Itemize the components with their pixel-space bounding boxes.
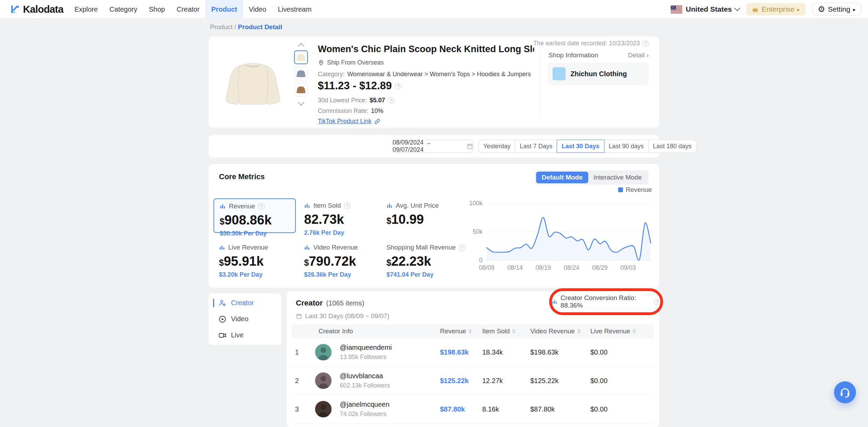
metric-label: Revenue: [229, 203, 255, 210]
creator-avatar[interactable]: [315, 401, 332, 417]
commission-value: 10%: [371, 107, 383, 115]
support-button[interactable]: [834, 381, 856, 403]
metric-revenue[interactable]: Revenue ? $908.86k $30.30k Per Day: [213, 198, 296, 233]
table-row[interactable]: 2 @luvvblancaa 602.13k Followers $125.22…: [292, 367, 654, 395]
metric-video-revenue[interactable]: Video Revenue $790.72k $26.36k Per Day: [299, 240, 381, 275]
metric-value: 10.99: [391, 212, 424, 227]
info-icon: ?: [654, 299, 660, 305]
thumbnail-3[interactable]: [294, 83, 308, 96]
shop-detail-link[interactable]: Detail ›: [628, 51, 649, 59]
kalodata-logo-icon: [10, 4, 20, 14]
preset-last-180-days[interactable]: Last 180 days: [648, 140, 696, 153]
date-range-picker[interactable]: 08/09/2024 → 09/07/2024: [392, 140, 473, 153]
sidebar-item-video[interactable]: Video: [209, 311, 281, 327]
preset-last-90-days[interactable]: Last 90 days: [604, 140, 649, 153]
currency-prefix: $: [386, 216, 391, 226]
commission-row: Commission Rate: 10%: [318, 107, 383, 115]
tiktok-product-link[interactable]: TikTok Product Link: [318, 118, 380, 125]
conversion-ratio-text: Creator Conversion Ratio: 88.36%: [560, 294, 651, 309]
bar-chart-icon: [304, 203, 310, 209]
interactive-mode-button[interactable]: Interactive Mode: [588, 172, 647, 183]
preset-last-30-days[interactable]: Last 30 Days: [557, 140, 604, 153]
brand-name: Kalodata: [23, 4, 63, 15]
column-revenue[interactable]: Revenue: [440, 324, 472, 338]
us-flag-icon: [671, 5, 682, 13]
metric-live-revenue[interactable]: Live Revenue $95.91k $3.20k Per Day: [213, 240, 296, 275]
shop-card[interactable]: Zhichun Clothing: [548, 62, 649, 85]
thumbnail-2[interactable]: [294, 67, 308, 80]
row-revenue[interactable]: $125.22k: [440, 377, 468, 385]
metric-item-sold[interactable]: Item Sold ? 82.73k 2.76k Per Day: [299, 198, 381, 233]
thumbnail-1[interactable]: [294, 50, 308, 64]
metric-per-day: $741.04 Per Day: [386, 271, 458, 278]
metric-shopping-mall-revenue[interactable]: Shopping Mall Revenue ? $22.23k $741.04 …: [381, 240, 463, 275]
metric-value: 790.72k: [309, 254, 356, 268]
link-icon: [374, 118, 380, 125]
creator-handle[interactable]: @luvvblancaa: [340, 372, 390, 380]
sidebar-label: Live: [231, 331, 244, 339]
row-revenue[interactable]: $87.80k: [440, 405, 465, 413]
enterprise-plan-button[interactable]: Enterprise ▸: [746, 3, 805, 15]
nav-creator[interactable]: Creator: [171, 0, 206, 19]
creator-identity[interactable]: @janelmcqueen 74.02k Followers: [340, 401, 390, 418]
kalodata-logo[interactable]: Kalodata: [10, 0, 63, 19]
svg-text:08/29: 08/29: [592, 264, 607, 271]
region-selector[interactable]: United States: [671, 5, 739, 13]
table-row[interactable]: 3 @janelmcqueen 74.02k Followers $87.80k…: [292, 395, 654, 424]
preset-last-7-days[interactable]: Last 7 Days: [515, 140, 557, 153]
nav-explore[interactable]: Explore: [69, 0, 104, 19]
creator-person-icon: [218, 299, 227, 307]
nav-shop[interactable]: Shop: [143, 0, 171, 19]
sidebar-item-live[interactable]: Live: [209, 327, 281, 343]
location-pin-icon: [318, 59, 324, 66]
column-item-sold[interactable]: Item Sold: [482, 324, 516, 338]
info-icon: ?: [642, 40, 649, 47]
sweater-thumb-brown: [295, 84, 307, 95]
video-camera-icon: [218, 331, 227, 339]
sidebar-item-creator[interactable]: Creator: [209, 295, 281, 311]
sweater-image: [218, 47, 288, 117]
row-revenue[interactable]: $198.63k: [440, 348, 468, 356]
calendar-icon: [467, 143, 473, 149]
product-thumbnails: [294, 44, 308, 105]
sort-icon: [512, 329, 516, 334]
chevron-up-icon[interactable]: [298, 43, 304, 49]
top-navigation: Kalodata Explore Category Shop Creator P…: [0, 0, 868, 19]
metric-value: 82.73k: [304, 212, 344, 227]
category-row: Category: Womenswear & Underwear > Women…: [318, 71, 531, 78]
creator-handle[interactable]: @iamqueendemi: [340, 344, 392, 351]
column-video-revenue[interactable]: Video Revenue: [530, 324, 581, 338]
bar-chart-icon: [386, 203, 393, 209]
column-live-revenue[interactable]: Live Revenue: [590, 324, 636, 338]
metric-label: Live Revenue: [228, 244, 268, 251]
date-range-value: 08/09/2024 → 09/07/2024: [393, 139, 464, 153]
svg-text:09/03: 09/03: [621, 264, 636, 271]
legend-label: Revenue: [626, 186, 652, 194]
preset-yesterday[interactable]: Yesterday: [478, 140, 515, 153]
sweater-thumb-cream: [295, 51, 307, 63]
tiktok-link-label: TikTok Product Link: [318, 118, 371, 125]
breadcrumb: Product / Product Detail: [210, 23, 282, 31]
creator-identity[interactable]: @luvvblancaa 602.13k Followers: [340, 372, 390, 389]
creator-avatar[interactable]: [315, 344, 332, 360]
creator-handle[interactable]: @janelmcqueen: [340, 401, 390, 408]
breadcrumb-product[interactable]: Product: [210, 23, 232, 31]
table-row[interactable]: 1 @iamqueendemi 13.95k Followers $198.63…: [292, 338, 654, 367]
chevron-down-icon[interactable]: [298, 99, 304, 105]
revenue-line-chart: 050k100k08/0908/1408/1908/2408/2909/03: [467, 185, 654, 278]
setting-label: Setting: [828, 5, 850, 13]
metric-avg-unit-price[interactable]: Avg. Unit Price $10.99: [381, 198, 463, 233]
default-mode-button[interactable]: Default Mode: [536, 172, 588, 183]
creator-identity[interactable]: @iamqueendemi 13.95k Followers: [340, 344, 392, 361]
nav-livestream[interactable]: Livestream: [272, 0, 317, 19]
row-rank: 2: [292, 377, 302, 385]
creator-avatar[interactable]: [315, 372, 332, 389]
nav-video[interactable]: Video: [243, 0, 272, 19]
nav-product[interactable]: Product: [205, 0, 243, 19]
ship-from-row: Ship From Overseas: [318, 59, 384, 66]
crown-icon: [752, 6, 759, 13]
sort-icon: [633, 329, 636, 334]
creator-followers: 13.95k Followers: [340, 354, 392, 361]
setting-button[interactable]: ⚙ Setting ▸: [812, 3, 861, 16]
nav-category[interactable]: Category: [104, 0, 143, 19]
